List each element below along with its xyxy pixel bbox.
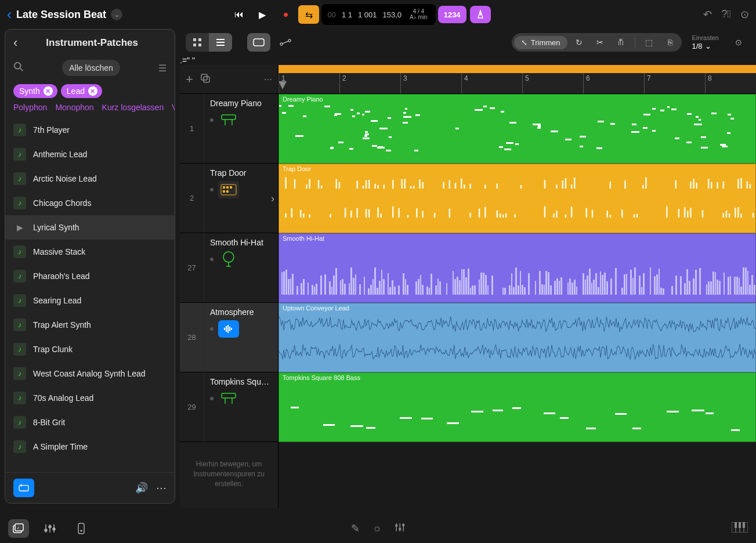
subtag[interactable]: Monophon bbox=[55, 103, 93, 112]
transport-controls: ⏮ ▶ ● ⇆ 00 1 1 1 001 153,0 4 / 4 A♭ min … bbox=[229, 4, 490, 25]
patch-item[interactable]: ♪Trap Clunk bbox=[5, 337, 175, 361]
patch-item[interactable]: ♪7th Player bbox=[5, 118, 175, 142]
track-header-more-icon[interactable]: ⋯ bbox=[264, 75, 272, 84]
patch-item[interactable]: ♪Massive Stack bbox=[5, 240, 175, 264]
view-toggle bbox=[186, 33, 232, 52]
duplicate-track-icon[interactable] bbox=[200, 73, 211, 85]
back-button[interactable]: ‹ bbox=[7, 6, 12, 23]
marquee-tool-icon[interactable]: ⬚ bbox=[640, 38, 659, 47]
track-instrument-icon[interactable] bbox=[218, 251, 239, 268]
patch-list[interactable]: ♪7th Player♪Anthemic Lead♪Arctic Noise L… bbox=[5, 118, 175, 472]
ruler[interactable]: 12345678 bbox=[278, 73, 756, 94]
trim-button[interactable]: ⤡ Trimmen bbox=[514, 36, 567, 49]
pencil-tool-icon[interactable]: ✎ bbox=[351, 522, 360, 535]
patch-label: 70s Analog Lead bbox=[33, 393, 93, 403]
patch-label: Lyrical Synth bbox=[33, 223, 79, 232]
patch-item[interactable]: ♪Arctic Noise Lead bbox=[5, 166, 175, 191]
svg-point-12 bbox=[288, 39, 291, 42]
suggested-tags: PolyphonMonophonKurz losgelassenVoic bbox=[5, 100, 175, 118]
project-title[interactable]: Late Session Beat bbox=[16, 9, 106, 21]
track-header[interactable]: 29Tompkins Squ… bbox=[180, 372, 278, 442]
patch-item[interactable]: ♪70s Analog Lead bbox=[5, 386, 175, 410]
snap-setting[interactable]: Einrasten 1/8 ⌄ bbox=[692, 34, 719, 51]
cycle-button[interactable]: ⇆ bbox=[298, 5, 319, 24]
region-view-button[interactable] bbox=[247, 33, 270, 52]
subtag[interactable]: Voic bbox=[172, 103, 175, 112]
sliders-icon[interactable] bbox=[395, 522, 405, 535]
patch-item[interactable]: ▶Lyrical Synth bbox=[5, 215, 175, 240]
copy-tool-icon[interactable]: ⎘ bbox=[661, 38, 679, 47]
add-track-button[interactable]: + bbox=[186, 72, 193, 87]
chevron-right-icon[interactable]: › bbox=[271, 192, 274, 204]
patch-item[interactable]: ♪Anthemic Lead bbox=[5, 142, 175, 166]
track-header[interactable]: 28Atmosphere bbox=[180, 303, 278, 372]
project-dropdown-icon[interactable]: ⌄ bbox=[111, 9, 122, 20]
subtag[interactable]: Kurz losgelassen bbox=[102, 103, 164, 112]
patch-item[interactable]: ♪Chicago Chords bbox=[5, 191, 175, 215]
remove-tag-icon[interactable]: ✕ bbox=[88, 86, 97, 96]
record-button[interactable]: ● bbox=[275, 5, 296, 24]
region[interactable]: Dreamy Piano bbox=[278, 94, 756, 164]
sidebar-more-icon[interactable]: ⋯ bbox=[156, 482, 167, 494]
patch-item[interactable]: ♪West Coast Analog Synth Lead bbox=[5, 361, 175, 386]
toolbar-more-icon[interactable]: ⊙ bbox=[727, 33, 750, 52]
clear-filters-button[interactable]: Alle löschen bbox=[62, 60, 120, 76]
track-enable-dot[interactable] bbox=[210, 258, 214, 261]
region[interactable]: Uptown Conveyor Lead bbox=[278, 303, 756, 372]
lcd-display[interactable]: 00 1 1 1 001 153,0 4 / 4 A♭ min bbox=[321, 4, 435, 25]
patch-item[interactable]: ♪A Simpler Time bbox=[5, 435, 175, 459]
region[interactable]: Trap Door bbox=[278, 164, 756, 233]
rewind-button[interactable]: ⏮ bbox=[229, 5, 249, 24]
preview-volume-icon[interactable]: 🔊 bbox=[135, 482, 148, 494]
split-tool-icon[interactable]: ✂ bbox=[591, 38, 609, 47]
cycle-range[interactable] bbox=[278, 65, 756, 73]
track-instrument-icon[interactable] bbox=[218, 390, 239, 407]
filter-tag-synth[interactable]: Synth✕ bbox=[13, 84, 57, 98]
ruler-mark: 8 bbox=[705, 73, 712, 93]
filter-tag-lead[interactable]: Lead✕ bbox=[61, 84, 102, 98]
track-header[interactable]: 1Dreamy Piano bbox=[180, 94, 278, 164]
svg-point-11 bbox=[280, 43, 283, 45]
loop-browser-button[interactable] bbox=[13, 479, 34, 497]
track-header[interactable]: 27Smooth Hi-Hat bbox=[180, 233, 278, 303]
track-enable-dot[interactable] bbox=[210, 397, 214, 400]
track-instrument-icon[interactable] bbox=[218, 111, 239, 129]
track-header[interactable]: 2Trap Door› bbox=[180, 164, 278, 233]
region[interactable]: Tompkins Square 808 Bass bbox=[278, 372, 756, 442]
track-enable-dot[interactable] bbox=[210, 118, 214, 122]
track-enable-dot[interactable] bbox=[210, 188, 214, 191]
region[interactable]: Smooth Hi-Hat bbox=[278, 233, 756, 303]
brightness-icon[interactable]: ☼ bbox=[372, 522, 382, 535]
join-tool-icon[interactable]: ⫚ bbox=[612, 38, 630, 47]
track-name: Tompkins Squ… bbox=[210, 377, 272, 386]
patch-item[interactable]: ♪8-Bit Grit bbox=[5, 410, 175, 435]
remove-tag-icon[interactable]: ✕ bbox=[44, 86, 53, 96]
patch-item[interactable]: ♪Trap Alert Synth bbox=[5, 313, 175, 337]
help-icon[interactable]: ?⃝ bbox=[721, 8, 731, 21]
undo-icon[interactable]: ↶ bbox=[703, 8, 712, 21]
search-icon[interactable] bbox=[13, 61, 24, 75]
timeline[interactable]: 12345678 Dreamy PianoTrap DoorSmooth Hi-… bbox=[278, 65, 756, 508]
mixer-tab-button[interactable] bbox=[39, 519, 60, 538]
metronome-pill[interactable] bbox=[470, 6, 491, 23]
svg-rect-5 bbox=[193, 44, 196, 46]
track-instrument-icon[interactable] bbox=[218, 320, 239, 338]
track-instrument-icon[interactable] bbox=[218, 181, 239, 198]
sidebar-back-button[interactable]: ‹ bbox=[13, 35, 17, 50]
patch-item[interactable]: ♪Pharaoh's Lead bbox=[5, 264, 175, 288]
lcd-key-sig: 4 / 4 A♭ min bbox=[407, 9, 430, 20]
play-button[interactable]: ▶ bbox=[252, 5, 273, 24]
loop-tool-icon[interactable]: ↻ bbox=[570, 38, 588, 47]
count-in-pill[interactable]: 1234 bbox=[438, 6, 466, 23]
library-tab-button[interactable]: ♪ bbox=[8, 519, 29, 538]
keyboard-icon[interactable] bbox=[732, 522, 748, 535]
view-options-icon[interactable]: ☰ bbox=[158, 63, 167, 74]
live-loops-tab-button[interactable] bbox=[71, 519, 92, 538]
patch-item[interactable]: ♪Searing Lead bbox=[5, 288, 175, 313]
automation-view-button[interactable] bbox=[274, 33, 297, 52]
more-icon[interactable]: ⊙ bbox=[740, 8, 749, 21]
grid-view-button[interactable] bbox=[186, 33, 209, 52]
subtag[interactable]: Polyphon bbox=[13, 103, 47, 112]
track-enable-dot[interactable] bbox=[210, 327, 214, 331]
list-view-button[interactable] bbox=[209, 33, 232, 52]
